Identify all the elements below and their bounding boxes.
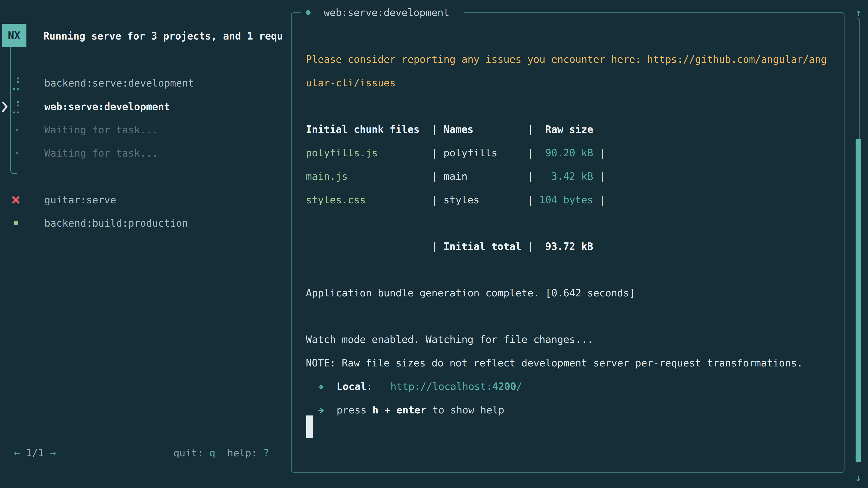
pagination: ←1/1→ — [14, 441, 56, 465]
nx-logo: NX — [2, 24, 26, 47]
chunk-name: main — [443, 165, 527, 188]
note-line: NOTE: Raw file sizes do not reflect deve… — [306, 351, 803, 375]
notice-line-2: ular-cli/issues — [306, 71, 396, 95]
local-url-line: Local:http://localhost:4200/ — [306, 375, 522, 398]
table-row: main.js|main|3.42 kB| — [306, 165, 605, 188]
watch-mode-line: Watch mode enabled. Watching for file ch… — [306, 328, 593, 351]
press-suffix: to show help — [432, 404, 504, 416]
chunk-file: styles.css — [306, 188, 432, 212]
col-raw-size: Raw size — [539, 118, 593, 141]
pipe: | — [527, 170, 533, 182]
total-label: Initial total — [443, 235, 527, 258]
task-item-backend-build[interactable]: backend:build:production — [44, 212, 188, 235]
quit-key[interactable]: q — [209, 447, 215, 459]
task-item-backend-serve[interactable]: backend:serve:development — [44, 71, 194, 95]
hotkey-bar: quit:qhelp:? — [174, 441, 269, 465]
local-colon: : — [366, 381, 373, 392]
bundle-complete-line: Application bundle generation complete. … — [306, 281, 635, 305]
chunk-file: main.js — [306, 165, 432, 188]
help-hint-line: pressh + enterto show help — [306, 398, 504, 422]
success-icon — [14, 221, 18, 225]
pending-dot-icon — [16, 152, 18, 154]
chunk-size: 90.20 kB — [539, 141, 593, 165]
col-initial-chunk-files: Initial chunk files — [306, 118, 432, 141]
task-item-waiting-2[interactable]: Waiting for task... — [44, 141, 158, 165]
panel-title: web:serve:development — [301, 1, 464, 24]
scrollbar-thumb[interactable] — [856, 139, 861, 462]
task-item-web-serve[interactable]: web:serve:development — [44, 95, 170, 119]
spinner-icon: ⣘ — [11, 95, 21, 119]
failed-icon — [11, 195, 20, 204]
terminal-cursor — [306, 416, 313, 438]
pipe: | — [527, 240, 533, 252]
notice-line-1: Please consider reporting any issues you… — [306, 48, 827, 71]
table-row: polyfills.js|polyfills|90.20 kB| — [306, 141, 605, 165]
quit-label: quit: — [174, 447, 203, 459]
pipe: | — [527, 124, 533, 135]
chunk-name: styles — [443, 188, 527, 212]
prompt-arrow-icon — [318, 381, 324, 392]
pipe: | — [599, 147, 605, 159]
pipe: | — [432, 124, 438, 135]
pipe: | — [432, 240, 438, 252]
local-url[interactable]: http://localhost: — [391, 381, 492, 392]
total-size: 93.72 kB — [539, 235, 593, 258]
pending-dot-icon — [16, 129, 18, 131]
table-row: styles.css|styles|104 bytes| — [306, 188, 605, 212]
pipe: | — [527, 194, 533, 205]
task-status-dot-icon — [306, 10, 311, 15]
chunk-file: polyfills.js — [306, 141, 432, 165]
chunk-size: 104 bytes — [539, 188, 593, 212]
chunk-size: 3.42 kB — [539, 165, 593, 188]
nx-terminal-ui: NX Running serve for 3 projects, and 1 r… — [0, 0, 868, 488]
pipe: | — [432, 147, 438, 159]
help-label: help: — [227, 447, 257, 459]
chunk-name: polyfills — [443, 141, 527, 165]
press-keys: h + enter — [373, 404, 426, 416]
sidebar-title: Running serve for 3 projects, and 1 requ — [43, 24, 290, 48]
selected-task-arrow-icon — [2, 101, 8, 113]
pipe: | — [432, 194, 438, 205]
local-port[interactable]: 4200 — [492, 381, 516, 392]
local-label: Local — [337, 381, 366, 392]
page-next-arrow[interactable]: → — [50, 447, 56, 459]
panel-title-text: web:serve:development — [324, 7, 450, 18]
scroll-down-icon[interactable]: ↓ — [852, 466, 864, 488]
pipe: | — [527, 147, 533, 159]
table-header-row: Initial chunk files|Names|Raw size — [306, 118, 593, 141]
local-url-slash[interactable]: / — [516, 381, 522, 392]
help-key[interactable]: ? — [263, 447, 269, 459]
pipe: | — [432, 170, 438, 182]
prompt-arrow-icon — [318, 404, 324, 416]
press-prefix: press — [337, 404, 366, 416]
pipe: | — [599, 194, 605, 205]
page-indicator: 1/1 — [26, 447, 44, 459]
task-item-guitar-serve[interactable]: guitar:serve — [44, 188, 116, 212]
col-names: Names — [443, 118, 527, 141]
pipe: | — [599, 170, 605, 182]
spinner-icon: ⣘ — [11, 71, 21, 95]
page-prev-arrow[interactable]: ← — [14, 447, 20, 459]
task-item-waiting-1[interactable]: Waiting for task... — [44, 118, 158, 142]
table-total-row: |Initial total|93.72 kB — [306, 235, 593, 258]
